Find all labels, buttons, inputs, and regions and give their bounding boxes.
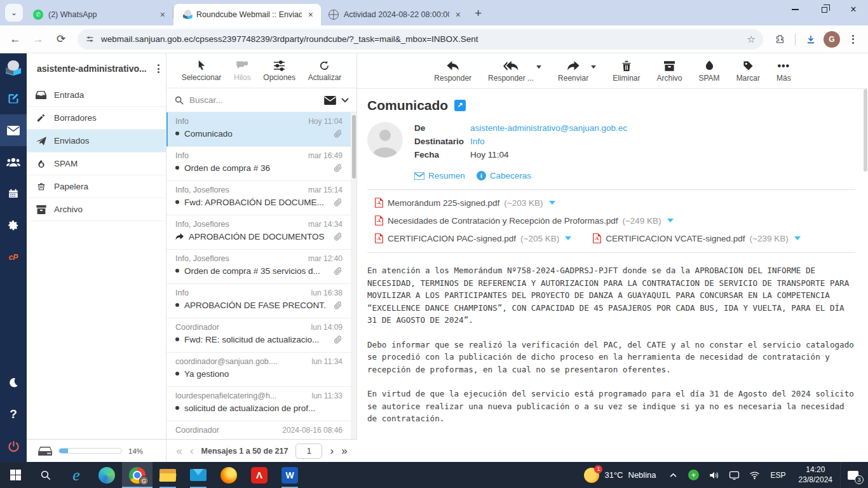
message-scrollbar[interactable]: [863, 89, 868, 462]
reply-button[interactable]: Responder: [434, 60, 471, 83]
next-page-button[interactable]: ›: [330, 445, 334, 456]
tab-whatsapp[interactable]: ✆ (2) WhatsApp ×: [25, 4, 173, 25]
close-tab-icon[interactable]: ×: [454, 10, 462, 20]
reload-button[interactable]: ⟳: [51, 29, 71, 50]
weather-widget[interactable]: 1 31°C Neblina: [578, 468, 662, 483]
close-tab-icon[interactable]: ×: [159, 10, 166, 20]
search-options-chevron-icon[interactable]: [341, 98, 349, 103]
from-address-link[interactable]: asistente-administrativo@sanjuan.gob.ec: [470, 123, 627, 133]
sidebar-item-papelera[interactable]: Papelera: [27, 175, 166, 198]
site-settings-icon[interactable]: [85, 34, 95, 44]
attachment-menu-icon[interactable]: [565, 236, 571, 240]
start-button[interactable]: [0, 462, 31, 488]
search-input[interactable]: [189, 95, 319, 105]
message-row[interactable]: Infolun 16:38 APROBACIÓN DE FASE PRECONT…: [166, 284, 356, 318]
profile-avatar[interactable]: G: [824, 31, 840, 48]
first-page-button[interactable]: «: [176, 445, 182, 456]
mark-button[interactable]: Marcar: [736, 60, 760, 83]
page-number-input[interactable]: [295, 444, 322, 459]
volume-icon[interactable]: [705, 471, 724, 480]
tab-actividad[interactable]: Actividad 2024-08-22 08:00:00 ×: [321, 4, 468, 25]
tab-search-button[interactable]: ⌄: [5, 4, 23, 22]
downloads-icon[interactable]: [801, 29, 821, 50]
dark-mode-toggle[interactable]: [0, 367, 27, 398]
message-row[interactable]: Info, Josefloresmar 12:40 Orden de compr…: [166, 250, 356, 284]
mail-nav-button[interactable]: [0, 114, 27, 146]
attachment-menu-icon[interactable]: [549, 201, 555, 205]
firefox-icon[interactable]: [214, 462, 244, 488]
sidebar-item-archivo[interactable]: Archivo: [27, 198, 166, 221]
tray-expand-icon[interactable]: [664, 473, 683, 477]
spam-button[interactable]: SPAM: [699, 60, 720, 83]
last-page-button[interactable]: »: [341, 445, 347, 456]
options-button[interactable]: Opciones: [263, 59, 295, 82]
keyboard-language[interactable]: ESP: [766, 471, 791, 480]
acrobat-icon[interactable]: Λ: [244, 462, 275, 488]
message-row[interactable]: Coordinador2024-08-16 08:46: [166, 421, 356, 439]
contacts-nav-button[interactable]: [0, 146, 27, 178]
sidebar-item-spam[interactable]: SPAM: [27, 152, 166, 175]
calendar-nav-button[interactable]: [0, 178, 27, 210]
attachment-item[interactable]: CERTIFICACION PAC-signed.pdf (~205 KB): [375, 233, 571, 243]
message-row[interactable]: Info, Josefloresmar 15:14 Fwd: APROBACIÓ…: [166, 181, 356, 215]
forward-button[interactable]: Reenviar: [558, 60, 588, 83]
attachment-item[interactable]: CERTIFICACION VCATE-signed.pdf (~239 KB): [593, 233, 800, 243]
edge-icon[interactable]: [92, 462, 122, 488]
message-row[interactable]: lourdespenafielcatering@h...lun 11:33 so…: [166, 387, 356, 421]
chrome-icon[interactable]: G: [122, 462, 153, 488]
bookmark-star-icon[interactable]: ☆: [747, 34, 756, 45]
message-row[interactable]: Coordinadorlun 14:09 Fwd: RE: solicitud …: [166, 318, 356, 353]
close-tab-icon[interactable]: ×: [307, 10, 315, 20]
new-tab-button[interactable]: +: [475, 6, 482, 20]
message-row[interactable]: Info, Josefloresmar 14:34 APROBACIÓN DE …: [166, 215, 356, 250]
folder-menu-icon[interactable]: [158, 64, 159, 73]
open-in-new-window-icon[interactable]: [454, 100, 466, 111]
sidebar-item-enviados[interactable]: Enviados: [27, 130, 166, 152]
headers-link[interactable]: i Cabeceras: [477, 171, 531, 180]
minimize-button[interactable]: [780, 0, 810, 19]
threads-button[interactable]: Hilos: [234, 59, 251, 82]
compose-button[interactable]: [0, 83, 27, 114]
message-row[interactable]: coordinador@sanjuan.gob....lun 11:34 Ya …: [166, 353, 356, 387]
extensions-icon[interactable]: [770, 29, 790, 50]
delete-button[interactable]: Eliminar: [613, 60, 640, 83]
help-button[interactable]: ?: [0, 398, 27, 430]
search-scope-mail-icon[interactable]: [324, 96, 336, 105]
attachment-menu-icon[interactable]: [667, 219, 674, 222]
message-row[interactable]: Infomar 16:49 Orden de compra # 36: [166, 147, 356, 181]
wifi-icon[interactable]: [745, 471, 764, 480]
attachment-menu-icon[interactable]: [794, 236, 801, 240]
message-row[interactable]: InfoHoy 11:04 Comunicado: [166, 112, 356, 147]
archive-button[interactable]: Archivo: [656, 60, 682, 83]
mail-app-icon[interactable]: [183, 462, 214, 488]
word-icon[interactable]: W: [275, 462, 305, 488]
internet-explorer-icon[interactable]: e: [61, 462, 92, 488]
summary-link[interactable]: Resumen: [414, 171, 465, 180]
forward-dropdown-icon[interactable]: [591, 65, 596, 69]
select-button[interactable]: Seleccionar: [182, 59, 222, 82]
action-center-button[interactable]: 3: [840, 462, 865, 488]
sidebar-item-entrada[interactable]: Entrada: [27, 84, 166, 107]
more-button[interactable]: ••• Más: [776, 60, 791, 83]
list-scrollbar[interactable]: [351, 112, 356, 439]
tab-roundcube[interactable]: Roundcube Webmail :: Enviados ×: [173, 4, 321, 25]
reply-all-dropdown-icon[interactable]: [536, 65, 541, 69]
taskbar-search-button[interactable]: [31, 462, 61, 488]
close-button[interactable]: ×: [839, 0, 868, 19]
forward-button[interactable]: →: [28, 29, 48, 50]
url-bar[interactable]: webmail.sanjuan.gob.ec/cpsess2397748239/…: [78, 29, 763, 50]
back-button[interactable]: ←: [5, 29, 25, 50]
refresh-button[interactable]: Actualizar: [308, 59, 342, 82]
attachment-item[interactable]: Necesidades de Contratación y Recepción …: [375, 215, 674, 226]
cpanel-icon[interactable]: cP: [0, 241, 27, 273]
logout-button[interactable]: [0, 430, 27, 462]
restore-button[interactable]: [810, 0, 839, 19]
reply-all-button[interactable]: Responder ...: [488, 60, 534, 83]
to-address-link[interactable]: Info: [470, 137, 485, 146]
browser-menu-icon[interactable]: [843, 29, 863, 50]
prev-page-button[interactable]: ‹: [190, 445, 194, 456]
sidebar-item-borradores[interactable]: Borradores: [27, 107, 166, 130]
clock[interactable]: 14:20 23/8/2024: [792, 465, 839, 485]
settings-nav-button[interactable]: [0, 210, 27, 241]
file-explorer-icon[interactable]: [153, 462, 183, 488]
